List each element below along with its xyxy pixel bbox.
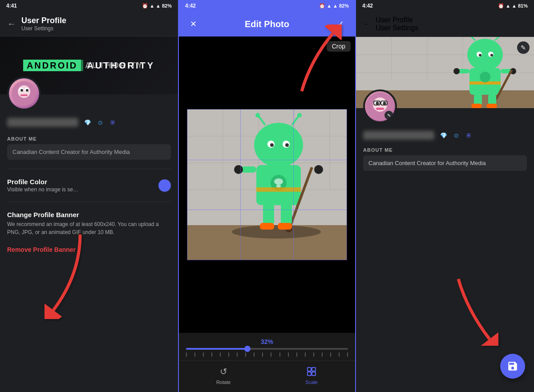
right-panel: 4:42 ⏰ ▲ ▲ 81% ← User Profile User Setti… — [356, 0, 534, 392]
username-left — [7, 118, 78, 127]
tick — [254, 352, 255, 357]
svg-rect-6 — [20, 94, 28, 96]
svg-point-26 — [285, 143, 289, 147]
svg-point-18 — [254, 123, 303, 167]
about-me-text-left: Canadian Content Creator for Authority M… — [7, 144, 171, 160]
crop-box[interactable] — [187, 109, 347, 260]
svg-rect-31 — [256, 187, 301, 192]
crop-drop-button[interactable]: Crop — [327, 41, 351, 52]
tick — [211, 352, 212, 357]
page-title-right: User Profile — [376, 16, 418, 24]
wifi-icon-m: ▲ — [333, 3, 338, 8]
username-right — [363, 131, 434, 140]
divider-1 — [7, 169, 171, 169]
tick — [322, 352, 323, 357]
svg-point-63 — [490, 54, 493, 57]
profile-color-dot[interactable] — [158, 179, 171, 192]
svg-point-29 — [274, 178, 283, 185]
status-icons-right: ⏰ ▲ ▲ 81% — [498, 3, 528, 9]
svg-point-68 — [453, 68, 460, 74]
battery-middle: 82% — [339, 3, 349, 8]
page-subtitle-right: User Settings — [376, 24, 418, 32]
badge-circle: ⊙ — [95, 117, 105, 127]
svg-rect-82 — [376, 108, 384, 110]
arrow-right — [445, 275, 498, 348]
svg-rect-42 — [307, 368, 311, 371]
svg-point-20 — [255, 113, 260, 117]
tick — [339, 352, 340, 357]
signal-icon: ▲ — [150, 3, 154, 8]
avatar-left[interactable] — [7, 77, 41, 110]
signal-icon-m: ▲ — [327, 3, 332, 8]
alarm-icon: ⏰ — [142, 3, 148, 9]
svg-point-25 — [270, 143, 274, 147]
tick — [220, 352, 221, 357]
scale-slider-track[interactable] — [186, 348, 348, 350]
svg-point-33 — [234, 165, 243, 174]
badge-icons-right: 💎 ⊙ ⛨ — [439, 130, 473, 140]
edit-photo-header: ✕ Edit Photo ✓ — [179, 12, 355, 36]
wifi-icon: ▲ — [156, 3, 161, 8]
confirm-button[interactable]: ✓ — [334, 17, 348, 31]
back-button-right[interactable]: ← — [363, 20, 370, 28]
red-arrow-right-svg — [445, 275, 498, 346]
fab-save-button[interactable] — [500, 354, 525, 379]
middle-panel: 4:42 ⏰ ▲ ▲ 82% ✕ Edit Photo ✓ Crop — [178, 0, 356, 392]
svg-rect-41 — [278, 223, 292, 230]
tick — [194, 352, 195, 357]
avatar-area-left — [0, 77, 178, 110]
svg-point-17 — [232, 225, 321, 238]
svg-rect-34 — [279, 166, 294, 173]
signal-icon-r: ▲ — [506, 3, 510, 8]
battery-left: 82% — [162, 3, 172, 8]
tick — [186, 352, 187, 357]
scale-slider-fill — [186, 348, 247, 350]
status-icons-middle: ⏰ ▲ ▲ 82% — [319, 3, 349, 9]
badge-gem: 💎 — [83, 117, 93, 127]
app-header-right: ← User Profile User Settings — [356, 12, 534, 37]
tick — [245, 352, 246, 357]
divider-2 — [7, 202, 171, 202]
toolbar-scale[interactable]: Scale — [305, 365, 318, 385]
page-title-left: User Profile — [21, 16, 66, 25]
svg-point-80 — [376, 102, 379, 105]
rotate-icon: ↺ — [217, 365, 230, 378]
battery-right: 81% — [518, 3, 528, 8]
edit-banner-button[interactable]: ✎ — [517, 41, 530, 54]
badge-icons-left: 💎 ⊙ ⛨ — [83, 117, 117, 127]
save-icon — [507, 360, 518, 372]
tick — [262, 352, 263, 357]
tick — [305, 352, 306, 357]
page-subtitle-left: User Settings — [21, 25, 66, 32]
time-right: 4:42 — [362, 3, 373, 9]
avatar-area-right: ✎ — [356, 89, 534, 123]
profile-color-title: Profile Color — [7, 178, 78, 186]
badge-circle-right: ⊙ — [451, 130, 461, 140]
badge-shield-right: ⛨ — [464, 130, 473, 140]
remove-banner-button[interactable]: Remove Profile Banner — [0, 242, 178, 258]
svg-rect-43 — [312, 368, 316, 371]
about-me-text-right: Canadian Content Creator for Authority M… — [363, 155, 527, 171]
scale-label: Scale — [305, 380, 318, 385]
tick — [330, 352, 331, 357]
tick — [237, 352, 238, 357]
tick — [271, 352, 271, 357]
time-left: 4:41 — [6, 3, 17, 9]
tick — [347, 352, 348, 357]
avatar-right[interactable]: ✎ — [363, 89, 397, 123]
scale-svg-icon — [306, 366, 317, 377]
time-middle: 4:42 — [185, 3, 196, 9]
avatar-svg-left — [11, 80, 37, 107]
change-banner-title: Change Profile Banner — [7, 211, 171, 218]
close-button[interactable]: ✕ — [186, 17, 200, 31]
username-row-right: 💎 ⊙ ⛨ — [356, 129, 534, 142]
avatar-edit-badge: ✎ — [384, 111, 393, 120]
wifi-icon-r: ▲ — [512, 3, 517, 8]
status-bar-left: 4:41 ⏰ ▲ ▲ 82% — [0, 0, 178, 12]
avatar-image-left — [9, 78, 39, 109]
left-panel: 4:41 ⏰ ▲ ▲ 82% ← User Profile User Setti… — [0, 0, 178, 392]
back-button-left[interactable]: ← — [7, 19, 16, 29]
scale-slider-thumb[interactable] — [244, 346, 251, 352]
toolbar-rotate[interactable]: ↺ Rotate — [216, 365, 231, 385]
badge-shield: ⛨ — [108, 117, 117, 127]
